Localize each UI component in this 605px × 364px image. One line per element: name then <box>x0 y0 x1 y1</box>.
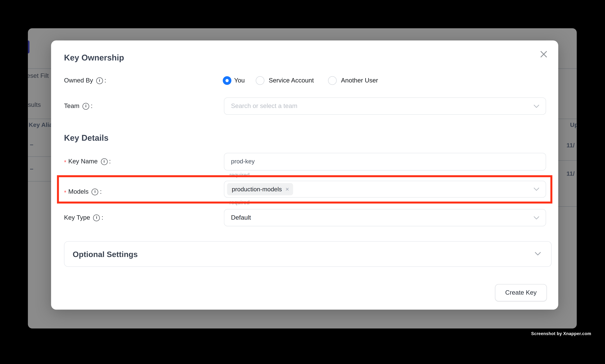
radio-label-another-user[interactable]: Another User <box>341 77 378 85</box>
create-key-button[interactable]: Create Key <box>495 284 547 301</box>
create-key-modal: Key Ownership Owned By i : You Service A… <box>51 41 558 310</box>
required-asterisk: * <box>64 158 66 167</box>
team-label: Team i : <box>64 102 92 111</box>
optional-settings-title: Optional Settings <box>73 249 138 260</box>
chevron-down-icon <box>534 186 540 193</box>
optional-settings-panel[interactable]: Optional Settings <box>64 241 552 267</box>
required-asterisk: * <box>64 188 66 197</box>
chevron-down-icon <box>534 214 540 221</box>
key-name-input[interactable] <box>231 158 522 165</box>
info-icon[interactable]: i <box>93 214 100 221</box>
section-title-key-ownership: Key Ownership <box>64 53 124 63</box>
radio-label-service-account[interactable]: Service Account <box>269 77 314 85</box>
team-select[interactable] <box>224 97 546 115</box>
key-name-field[interactable] <box>224 153 546 170</box>
chevron-down-icon[interactable] <box>535 250 541 258</box>
info-icon[interactable]: i <box>83 103 89 110</box>
close-icon <box>540 51 547 58</box>
radio-label-you[interactable]: You <box>234 77 245 85</box>
models-label: * Models i : <box>64 187 102 196</box>
models-required-hint: required <box>230 200 250 206</box>
owned-by-label: Owned By i : <box>64 77 106 85</box>
radio-owned-by-service-account[interactable] <box>256 77 264 85</box>
section-title-key-details: Key Details <box>64 133 109 143</box>
models-tag-label: production-models <box>232 186 282 193</box>
info-icon[interactable]: i <box>101 158 107 165</box>
team-select-input[interactable] <box>231 103 522 110</box>
tag-remove-icon[interactable]: × <box>285 186 289 193</box>
key-type-select[interactable]: Default <box>224 209 546 226</box>
key-type-value: Default <box>231 214 251 221</box>
close-button[interactable] <box>538 49 549 60</box>
radio-owned-by-you[interactable] <box>223 77 231 85</box>
info-icon[interactable]: i <box>92 188 98 195</box>
models-select[interactable]: production-models × <box>224 181 546 198</box>
xnapper-watermark: Screenshot by Xnapper.com <box>531 331 591 336</box>
info-icon[interactable]: i <box>96 77 103 84</box>
key-name-required-hint: required <box>230 172 250 178</box>
screenshot-stage: eset Filt sults Key Alia Up – 11/ – 11/ … <box>0 0 605 364</box>
key-name-label: * Key Name i : <box>64 157 111 166</box>
chevron-down-icon <box>534 103 540 110</box>
key-type-label: Key Type i : <box>64 213 103 222</box>
models-tag: production-models × <box>227 183 293 195</box>
radio-owned-by-another-user[interactable] <box>328 77 337 85</box>
